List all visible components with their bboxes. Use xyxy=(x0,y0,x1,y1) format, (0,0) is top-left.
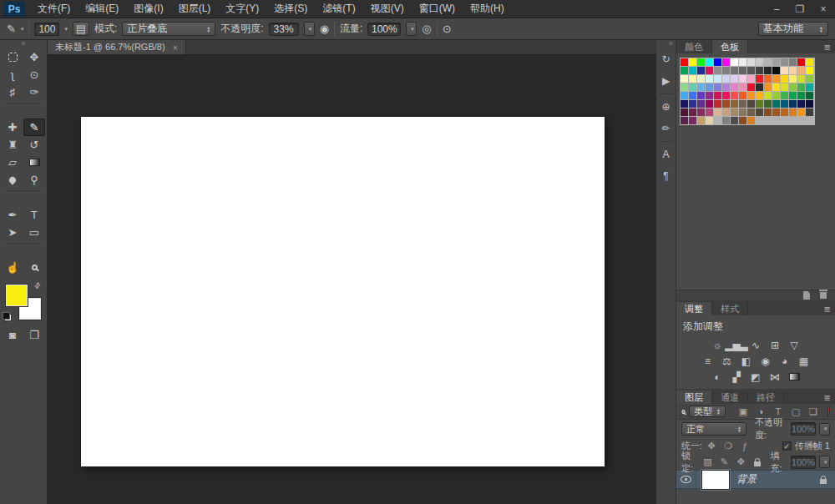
swatch[interactable] xyxy=(722,58,730,66)
swatch[interactable] xyxy=(781,92,788,99)
menu-item-help[interactable]: 帮助(H) xyxy=(463,0,512,18)
black-white-button[interactable]: ◧ xyxy=(739,355,754,367)
swatch[interactable] xyxy=(806,108,813,116)
swatch[interactable] xyxy=(689,58,696,66)
crop-tool[interactable]: ♯ xyxy=(2,83,23,101)
actions-panel-button[interactable]: ▶ xyxy=(656,70,676,92)
lasso-tool[interactable]: ʅ xyxy=(2,66,23,83)
swatch[interactable] xyxy=(747,100,755,108)
flow-field[interactable]: 100% xyxy=(367,23,401,36)
vibrance-button[interactable]: ▽ xyxy=(787,339,802,351)
new-swatch-icon[interactable] xyxy=(803,291,810,300)
tab-swatches-swatches[interactable]: 色板 xyxy=(712,40,748,53)
selective-color-button[interactable]: ⋈ xyxy=(767,370,782,383)
swatch[interactable] xyxy=(731,108,738,116)
swatches-panel-menu-icon[interactable]: ≣ xyxy=(820,40,835,53)
swatch[interactable] xyxy=(697,58,705,66)
swatch[interactable] xyxy=(747,67,755,74)
swatch[interactable] xyxy=(739,75,746,83)
fill-dropdown[interactable]: ▾ xyxy=(819,456,830,468)
spot-healing-brush-tool[interactable]: ✚ xyxy=(2,118,23,136)
swatch[interactable] xyxy=(739,108,746,116)
rectangular-marquee-tool[interactable] xyxy=(2,48,23,66)
restore-button[interactable]: ❐ xyxy=(788,1,812,18)
airbrush-icon[interactable]: ◎ xyxy=(422,23,431,35)
menu-item-type[interactable]: 文字(Y) xyxy=(218,0,266,18)
filter-shape-button[interactable]: ▢ xyxy=(790,406,802,417)
pen-tool[interactable]: ✒ xyxy=(2,206,23,224)
swatch[interactable] xyxy=(689,92,696,99)
swatch[interactable] xyxy=(697,108,705,116)
layers-panel-menu-icon[interactable]: ≣ xyxy=(820,391,835,404)
move-tool[interactable]: ✥ xyxy=(23,48,45,66)
swatch[interactable] xyxy=(739,100,746,108)
brush-presets-panel-button[interactable]: ✏ xyxy=(656,118,676,139)
brush-preset-icon[interactable]: ✎ xyxy=(7,23,16,35)
swatch[interactable] xyxy=(697,75,705,83)
swatch[interactable] xyxy=(731,92,738,99)
swatch[interactable] xyxy=(756,83,763,91)
delete-swatch-icon[interactable] xyxy=(820,292,827,299)
lock-transparency-button[interactable]: ▨ xyxy=(701,456,713,467)
menu-item-file[interactable]: 文件(F) xyxy=(30,0,78,18)
unify-style-button[interactable]: ƒ xyxy=(739,441,751,451)
swatch[interactable] xyxy=(689,108,696,116)
swatch[interactable] xyxy=(739,83,746,91)
swatch[interactable] xyxy=(697,83,705,91)
swatch[interactable] xyxy=(689,83,696,91)
dodge-tool[interactable]: ⚲ xyxy=(23,171,45,189)
swatch[interactable] xyxy=(789,108,797,116)
tab-swatches-color[interactable]: 颜色 xyxy=(676,40,712,53)
swatch[interactable] xyxy=(756,58,763,66)
document-tab[interactable]: 未标题-1 @ 66.7%(RGB/8) × xyxy=(48,40,186,54)
swatch[interactable] xyxy=(764,83,772,91)
swatch[interactable] xyxy=(747,92,755,99)
swatch[interactable] xyxy=(722,67,730,74)
swatch[interactable] xyxy=(806,100,813,108)
swatch[interactable] xyxy=(681,117,688,124)
character-panel-button[interactable]: A xyxy=(656,144,676,165)
tab-adjustments-adjustments[interactable]: 调整 xyxy=(676,302,712,315)
swatch[interactable] xyxy=(747,75,755,83)
quick-mask-button[interactable]: ◙ xyxy=(2,326,23,343)
swatch[interactable] xyxy=(747,58,755,66)
swatch[interactable] xyxy=(756,75,763,83)
blur-tool[interactable] xyxy=(2,171,23,189)
hand-tool[interactable]: ☝ xyxy=(2,259,23,276)
swatch[interactable] xyxy=(722,92,730,99)
lock-position-button[interactable]: ✥ xyxy=(735,456,746,467)
collapse-toolbar-icon[interactable]: « xyxy=(0,40,47,48)
swatch[interactable] xyxy=(706,75,713,83)
swatch[interactable] xyxy=(806,83,813,91)
swatch[interactable] xyxy=(681,92,688,99)
gradient-map-button[interactable] xyxy=(787,370,802,383)
color-balance-button[interactable]: ⚖ xyxy=(720,355,735,367)
swatch[interactable] xyxy=(797,92,805,99)
paragraph-panel-button[interactable]: ¶ xyxy=(656,165,676,187)
posterize-button[interactable]: ▞ xyxy=(729,370,744,383)
swatch[interactable] xyxy=(739,117,746,124)
eraser-tool[interactable]: ▱ xyxy=(2,154,23,171)
path-selection-tool[interactable]: ➤ xyxy=(2,224,23,241)
swatch[interactable] xyxy=(756,100,763,108)
menu-item-image[interactable]: 图像(I) xyxy=(126,0,170,18)
menu-item-view[interactable]: 视图(V) xyxy=(363,0,412,18)
filter-type-button[interactable]: T xyxy=(772,406,784,417)
swatch[interactable] xyxy=(781,75,788,83)
swatch[interactable] xyxy=(731,75,738,83)
clone-source-panel-button[interactable]: ⊕ xyxy=(656,96,676,118)
screen-mode-button[interactable]: ❐ xyxy=(23,326,45,343)
layer-row[interactable]: 背景 xyxy=(676,470,835,489)
swatch[interactable] xyxy=(764,108,772,116)
swatch[interactable] xyxy=(714,117,721,124)
history-panel-button[interactable]: ↻ xyxy=(656,48,676,70)
swatch[interactable] xyxy=(722,108,730,116)
layer-thumbnail[interactable] xyxy=(701,470,730,490)
swatch[interactable] xyxy=(772,58,780,66)
clone-stamp-tool[interactable]: ♜ xyxy=(2,136,23,154)
swatch[interactable] xyxy=(681,58,688,66)
swatch[interactable] xyxy=(714,67,721,74)
swatch[interactable] xyxy=(797,67,805,74)
menu-item-select[interactable]: 选择(S) xyxy=(266,0,315,18)
swatch[interactable] xyxy=(731,67,738,74)
